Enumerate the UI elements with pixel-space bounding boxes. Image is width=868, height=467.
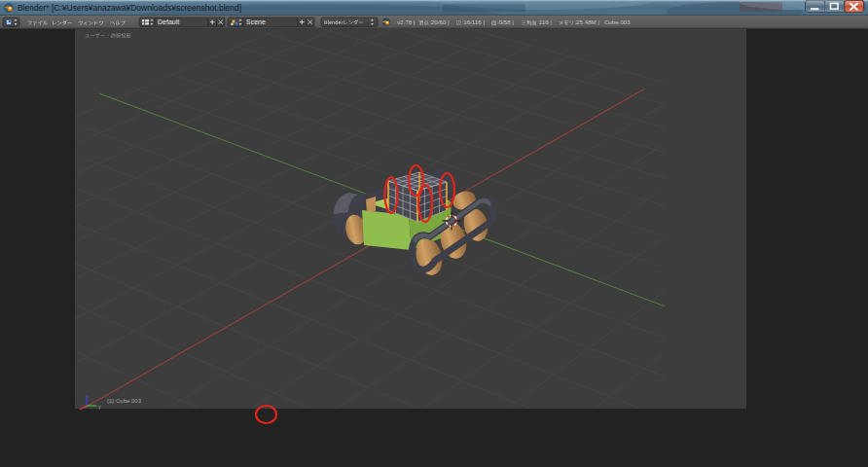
svg-text::25.48M |: :25.48M | [574,18,599,25]
svg-text::20/60 |: :20/60 | [429,18,450,25]
svg-text:Cube.003: Cube.003 [604,18,631,25]
svg-text::0/58 |: :0/58 | [497,18,514,25]
svg-text:v2.78 |: v2.78 | [397,18,416,25]
svg-text:(1) Cube.003: (1) Cube.003 [107,398,142,404]
svg-text:y: y [98,404,101,410]
svg-text::16/116 |: :16/116 | [462,18,486,25]
svg-text:Default: Default [158,18,179,25]
svg-text:Blender* [C:¥Users¥anazawa¥Dow: Blender* [C:¥Users¥anazawa¥Downloads¥scr… [18,3,241,13]
svg-text:Scene: Scene [246,18,266,25]
svg-text::116 |: :116 | [537,18,552,25]
